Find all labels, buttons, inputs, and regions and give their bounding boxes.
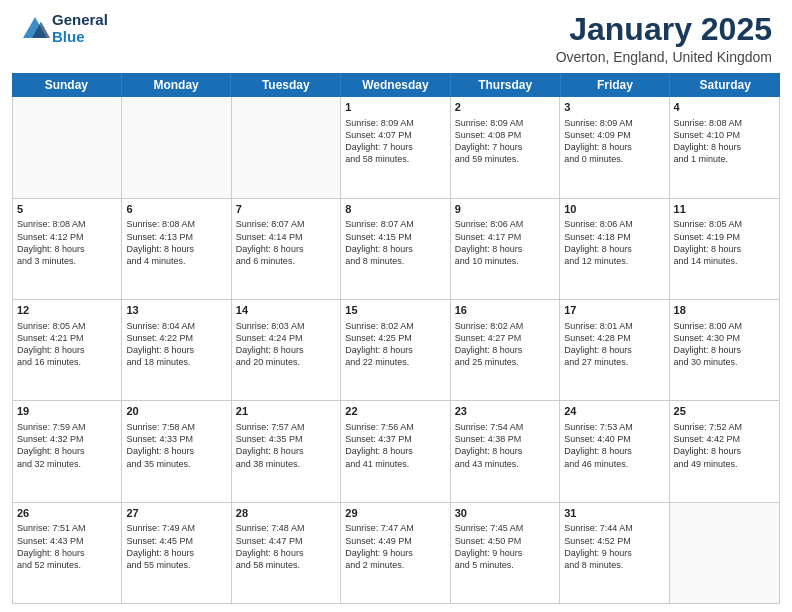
day-info: Sunrise: 7:54 AM Sunset: 4:38 PM Dayligh… (455, 421, 555, 470)
week-row-3: 12Sunrise: 8:05 AM Sunset: 4:21 PM Dayli… (13, 300, 779, 401)
week-row-5: 26Sunrise: 7:51 AM Sunset: 4:43 PM Dayli… (13, 503, 779, 603)
day-cell-30: 30Sunrise: 7:45 AM Sunset: 4:50 PM Dayli… (451, 503, 560, 603)
day-number: 31 (564, 506, 664, 521)
day-info: Sunrise: 8:02 AM Sunset: 4:25 PM Dayligh… (345, 320, 445, 369)
day-info: Sunrise: 8:09 AM Sunset: 4:09 PM Dayligh… (564, 117, 664, 166)
day-cell-27: 27Sunrise: 7:49 AM Sunset: 4:45 PM Dayli… (122, 503, 231, 603)
day-cell-21: 21Sunrise: 7:57 AM Sunset: 4:35 PM Dayli… (232, 401, 341, 501)
day-info: Sunrise: 8:05 AM Sunset: 4:21 PM Dayligh… (17, 320, 117, 369)
title-block: January 2025 Overton, England, United Ki… (556, 12, 772, 65)
day-number: 20 (126, 404, 226, 419)
month-title: January 2025 (556, 12, 772, 47)
logo: General Blue (20, 12, 108, 45)
day-info: Sunrise: 8:09 AM Sunset: 4:07 PM Dayligh… (345, 117, 445, 166)
day-info: Sunrise: 7:58 AM Sunset: 4:33 PM Dayligh… (126, 421, 226, 470)
day-cell-11: 11Sunrise: 8:05 AM Sunset: 4:19 PM Dayli… (670, 199, 779, 299)
day-cell-3: 3Sunrise: 8:09 AM Sunset: 4:09 PM Daylig… (560, 97, 669, 197)
week-row-4: 19Sunrise: 7:59 AM Sunset: 4:32 PM Dayli… (13, 401, 779, 502)
day-header-thursday: Thursday (451, 73, 561, 97)
day-number: 26 (17, 506, 117, 521)
day-number: 16 (455, 303, 555, 318)
day-header-friday: Friday (561, 73, 671, 97)
day-header-wednesday: Wednesday (341, 73, 451, 97)
empty-cell (232, 97, 341, 197)
day-number: 12 (17, 303, 117, 318)
day-number: 13 (126, 303, 226, 318)
day-info: Sunrise: 8:08 AM Sunset: 4:10 PM Dayligh… (674, 117, 775, 166)
day-info: Sunrise: 7:45 AM Sunset: 4:50 PM Dayligh… (455, 522, 555, 571)
day-number: 5 (17, 202, 117, 217)
day-cell-5: 5Sunrise: 8:08 AM Sunset: 4:12 PM Daylig… (13, 199, 122, 299)
day-number: 28 (236, 506, 336, 521)
day-info: Sunrise: 7:59 AM Sunset: 4:32 PM Dayligh… (17, 421, 117, 470)
day-cell-4: 4Sunrise: 8:08 AM Sunset: 4:10 PM Daylig… (670, 97, 779, 197)
day-info: Sunrise: 8:04 AM Sunset: 4:22 PM Dayligh… (126, 320, 226, 369)
day-info: Sunrise: 8:05 AM Sunset: 4:19 PM Dayligh… (674, 218, 775, 267)
day-cell-19: 19Sunrise: 7:59 AM Sunset: 4:32 PM Dayli… (13, 401, 122, 501)
day-cell-31: 31Sunrise: 7:44 AM Sunset: 4:52 PM Dayli… (560, 503, 669, 603)
day-cell-9: 9Sunrise: 8:06 AM Sunset: 4:17 PM Daylig… (451, 199, 560, 299)
day-cell-20: 20Sunrise: 7:58 AM Sunset: 4:33 PM Dayli… (122, 401, 231, 501)
day-cell-7: 7Sunrise: 8:07 AM Sunset: 4:14 PM Daylig… (232, 199, 341, 299)
day-header-monday: Monday (122, 73, 232, 97)
day-number: 10 (564, 202, 664, 217)
logo-text: General Blue (52, 12, 108, 45)
day-number: 15 (345, 303, 445, 318)
day-number: 1 (345, 100, 445, 115)
week-row-1: 1Sunrise: 8:09 AM Sunset: 4:07 PM Daylig… (13, 97, 779, 198)
day-cell-10: 10Sunrise: 8:06 AM Sunset: 4:18 PM Dayli… (560, 199, 669, 299)
day-number: 21 (236, 404, 336, 419)
day-info: Sunrise: 7:48 AM Sunset: 4:47 PM Dayligh… (236, 522, 336, 571)
day-cell-25: 25Sunrise: 7:52 AM Sunset: 4:42 PM Dayli… (670, 401, 779, 501)
calendar: SundayMondayTuesdayWednesdayThursdayFrid… (0, 73, 792, 612)
day-number: 6 (126, 202, 226, 217)
day-info: Sunrise: 7:52 AM Sunset: 4:42 PM Dayligh… (674, 421, 775, 470)
week-row-2: 5Sunrise: 8:08 AM Sunset: 4:12 PM Daylig… (13, 199, 779, 300)
day-info: Sunrise: 7:56 AM Sunset: 4:37 PM Dayligh… (345, 421, 445, 470)
empty-cell (122, 97, 231, 197)
day-cell-12: 12Sunrise: 8:05 AM Sunset: 4:21 PM Dayli… (13, 300, 122, 400)
day-cell-18: 18Sunrise: 8:00 AM Sunset: 4:30 PM Dayli… (670, 300, 779, 400)
calendar-body: 1Sunrise: 8:09 AM Sunset: 4:07 PM Daylig… (12, 97, 780, 604)
day-cell-8: 8Sunrise: 8:07 AM Sunset: 4:15 PM Daylig… (341, 199, 450, 299)
day-number: 18 (674, 303, 775, 318)
day-cell-24: 24Sunrise: 7:53 AM Sunset: 4:40 PM Dayli… (560, 401, 669, 501)
header: General Blue January 2025 Overton, Engla… (0, 0, 792, 73)
day-info: Sunrise: 8:07 AM Sunset: 4:14 PM Dayligh… (236, 218, 336, 267)
day-header-saturday: Saturday (670, 73, 780, 97)
day-cell-28: 28Sunrise: 7:48 AM Sunset: 4:47 PM Dayli… (232, 503, 341, 603)
day-number: 27 (126, 506, 226, 521)
day-number: 2 (455, 100, 555, 115)
day-info: Sunrise: 8:07 AM Sunset: 4:15 PM Dayligh… (345, 218, 445, 267)
day-info: Sunrise: 7:57 AM Sunset: 4:35 PM Dayligh… (236, 421, 336, 470)
day-cell-23: 23Sunrise: 7:54 AM Sunset: 4:38 PM Dayli… (451, 401, 560, 501)
day-info: Sunrise: 8:08 AM Sunset: 4:13 PM Dayligh… (126, 218, 226, 267)
day-info: Sunrise: 8:00 AM Sunset: 4:30 PM Dayligh… (674, 320, 775, 369)
day-info: Sunrise: 7:44 AM Sunset: 4:52 PM Dayligh… (564, 522, 664, 571)
day-cell-29: 29Sunrise: 7:47 AM Sunset: 4:49 PM Dayli… (341, 503, 450, 603)
day-info: Sunrise: 8:09 AM Sunset: 4:08 PM Dayligh… (455, 117, 555, 166)
day-number: 29 (345, 506, 445, 521)
day-cell-1: 1Sunrise: 8:09 AM Sunset: 4:07 PM Daylig… (341, 97, 450, 197)
day-cell-2: 2Sunrise: 8:09 AM Sunset: 4:08 PM Daylig… (451, 97, 560, 197)
day-cell-15: 15Sunrise: 8:02 AM Sunset: 4:25 PM Dayli… (341, 300, 450, 400)
day-info: Sunrise: 8:06 AM Sunset: 4:18 PM Dayligh… (564, 218, 664, 267)
day-cell-16: 16Sunrise: 8:02 AM Sunset: 4:27 PM Dayli… (451, 300, 560, 400)
empty-cell (13, 97, 122, 197)
day-info: Sunrise: 7:53 AM Sunset: 4:40 PM Dayligh… (564, 421, 664, 470)
day-info: Sunrise: 8:08 AM Sunset: 4:12 PM Dayligh… (17, 218, 117, 267)
logo-icon (20, 14, 50, 44)
empty-cell (670, 503, 779, 603)
day-number: 22 (345, 404, 445, 419)
location-subtitle: Overton, England, United Kingdom (556, 49, 772, 65)
day-info: Sunrise: 8:01 AM Sunset: 4:28 PM Dayligh… (564, 320, 664, 369)
day-cell-17: 17Sunrise: 8:01 AM Sunset: 4:28 PM Dayli… (560, 300, 669, 400)
day-number: 23 (455, 404, 555, 419)
day-info: Sunrise: 7:49 AM Sunset: 4:45 PM Dayligh… (126, 522, 226, 571)
day-info: Sunrise: 8:03 AM Sunset: 4:24 PM Dayligh… (236, 320, 336, 369)
calendar-header: SundayMondayTuesdayWednesdayThursdayFrid… (12, 73, 780, 97)
day-info: Sunrise: 7:51 AM Sunset: 4:43 PM Dayligh… (17, 522, 117, 571)
day-cell-6: 6Sunrise: 8:08 AM Sunset: 4:13 PM Daylig… (122, 199, 231, 299)
day-number: 9 (455, 202, 555, 217)
day-number: 8 (345, 202, 445, 217)
